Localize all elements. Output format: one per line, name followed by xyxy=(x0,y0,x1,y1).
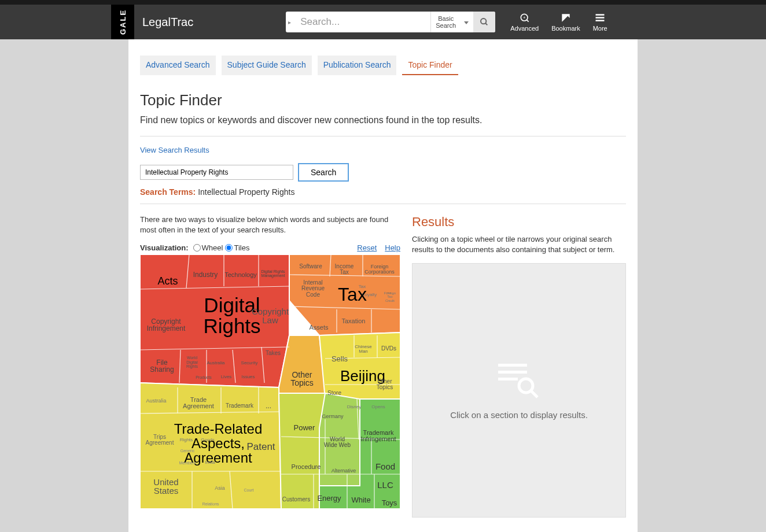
tile-customers[interactable]: Customers xyxy=(280,494,312,505)
tile-file-sharing[interactable]: File Sharing xyxy=(145,356,179,376)
tile-llc[interactable]: LLC xyxy=(371,478,399,492)
treemap-tiles-overlay: ActsIndustryTechnologyDigital Rights Man… xyxy=(140,257,400,511)
tile-taxation[interactable]: Taxation xyxy=(337,315,370,327)
tile-members[interactable]: Members xyxy=(176,458,199,467)
tile-store[interactable]: Store xyxy=(322,387,347,399)
svg-text:+: + xyxy=(523,15,526,20)
tile-rights[interactable]: Rights xyxy=(176,435,197,445)
tile-energy[interactable]: Energy xyxy=(314,490,345,505)
tile-world-wide-web[interactable]: World Wide Web xyxy=(322,430,353,455)
brand-badge: GALE xyxy=(111,5,134,39)
search-button[interactable] xyxy=(473,12,495,32)
app-title: LegalTrac xyxy=(142,16,193,29)
advanced-search-tool[interactable]: + Advanced xyxy=(510,12,539,32)
tile-sells[interactable]: Sells xyxy=(325,352,354,365)
chevron-down-icon xyxy=(464,21,469,24)
tile-industry[interactable]: Industry xyxy=(189,268,222,281)
tile-internal-revenue-code[interactable]: Internal Revenue Code xyxy=(296,276,330,301)
tile-patent[interactable]: Patent xyxy=(243,439,279,455)
tile-income-tax[interactable]: Income Tax xyxy=(330,261,359,278)
tile-power[interactable]: Power xyxy=(288,420,321,435)
tiles-radio[interactable] xyxy=(225,244,233,252)
more-tool[interactable]: More xyxy=(593,12,607,32)
header-bar: GALE LegalTrac ▸ Basic Search + Advanced… xyxy=(0,5,766,39)
search-tabs: Advanced SearchSubject Guide SearchPubli… xyxy=(140,56,626,75)
tile--[interactable]: ... xyxy=(382,286,396,297)
svg-line-3 xyxy=(526,20,528,21)
visualization-controls: Visualization: Wheel Tiles Reset Help xyxy=(140,243,400,252)
header-tools: + Advanced Bookmark More xyxy=(510,12,607,32)
results-placeholder-box: Click on a section to display results. xyxy=(412,263,626,518)
page-title: Topic Finder xyxy=(140,91,626,109)
tile-germany[interactable]: Germany xyxy=(318,411,347,422)
svg-rect-7 xyxy=(596,20,605,21)
topic-finder-search-button[interactable]: Search xyxy=(298,163,349,182)
search-terms-label: Search Terms: xyxy=(140,187,196,197)
results-column: Results Clicking on a topic wheel or til… xyxy=(412,215,626,518)
svg-line-1 xyxy=(485,23,487,25)
tile-court[interactable]: Court xyxy=(238,486,259,494)
topbar-accent xyxy=(0,0,766,5)
tile-opens[interactable]: Opens xyxy=(368,402,389,412)
tile-white[interactable]: White xyxy=(347,493,375,507)
tab-subject-guide-search[interactable]: Subject Guide Search xyxy=(222,56,312,75)
search-caret-icon: ▸ xyxy=(286,19,294,25)
wheel-radio-label: Wheel xyxy=(202,243,223,252)
tab-topic-finder[interactable]: Topic Finder xyxy=(402,56,458,75)
tile-food[interactable]: Food xyxy=(371,459,399,473)
tile-australia[interactable]: Australia xyxy=(205,359,227,368)
reset-link[interactable]: Reset xyxy=(357,243,377,252)
tile-trademark[interactable]: Trademark xyxy=(223,400,256,412)
advanced-icon: + xyxy=(519,12,531,24)
svg-rect-52 xyxy=(498,378,518,380)
help-link[interactable]: Help xyxy=(385,243,400,252)
tile-australia[interactable]: Australia xyxy=(142,396,170,406)
search-terms-value: Intellectual Property Rights xyxy=(198,187,294,197)
tab-advanced-search[interactable]: Advanced Search xyxy=(140,56,216,75)
view-search-results-link[interactable]: View Search Results xyxy=(140,146,209,154)
tile-dvds[interactable]: DVDs xyxy=(378,343,399,354)
wheel-radio[interactable] xyxy=(193,244,201,252)
tile-goods[interactable]: Goods xyxy=(198,435,218,445)
tile--[interactable]: ... xyxy=(262,400,275,412)
bookmark-tool[interactable]: Bookmark xyxy=(551,12,580,32)
tile-chinese-man[interactable]: Chinese Man xyxy=(351,342,376,356)
tile-alternative[interactable]: Alternative xyxy=(329,465,359,476)
tile-other-topics[interactable]: Other Topics xyxy=(282,367,322,391)
search-type-dropdown[interactable]: Basic Search xyxy=(430,12,473,32)
menu-icon xyxy=(594,12,606,24)
tile-copyright-law[interactable]: Copyright Law xyxy=(251,303,289,328)
search-terms-display: Search Terms: Intellectual Property Righ… xyxy=(140,187,626,197)
topic-finder-input[interactable] xyxy=(140,165,293,180)
tile-lives[interactable]: Lives xyxy=(216,372,236,382)
tile-issues[interactable]: Issues xyxy=(238,372,258,382)
tab-publication-search[interactable]: Publication Search xyxy=(318,56,397,75)
tile-trade-agreement[interactable]: Trade Agreement xyxy=(179,393,218,413)
tiles-radio-label: Tiles xyxy=(234,243,249,252)
tile-digital-rights-management[interactable]: Digital Rights Management xyxy=(259,266,287,281)
tile-asia[interactable]: Asia xyxy=(209,483,230,493)
tile-india[interactable]: India xyxy=(200,458,220,467)
tile-security[interactable]: Security xyxy=(238,359,260,368)
tile-other-topics[interactable]: Other Topics xyxy=(370,376,399,393)
tile-generic[interactable]: Generic xyxy=(177,446,198,455)
tile-world-digital-rights[interactable]: World Digital Rights xyxy=(181,354,204,370)
tile-assets[interactable]: Assets xyxy=(304,322,333,333)
tile-procedure[interactable]: Procedure xyxy=(288,459,324,474)
tile-trips-agreement[interactable]: Trips Agreement xyxy=(142,430,177,450)
tile-foreign-corporations[interactable]: Foreign Corporations xyxy=(362,261,397,278)
tile-toys[interactable]: Toys xyxy=(378,496,400,509)
divider xyxy=(140,204,626,204)
tile-takes[interactable]: Takes xyxy=(262,348,285,359)
tile-relations[interactable]: Relations xyxy=(198,500,223,508)
visualization-label: Visualization: xyxy=(140,243,189,252)
svg-line-54 xyxy=(531,390,537,397)
tile-software[interactable]: Software xyxy=(296,260,325,273)
tile-copyright-infringement[interactable]: Copyright Infringement xyxy=(143,315,189,335)
tile-technology[interactable]: Technology xyxy=(223,268,258,281)
tile-royalty[interactable]: Royalty xyxy=(359,290,380,300)
tile-products[interactable]: Products xyxy=(192,372,215,382)
tile-united-states[interactable]: United States xyxy=(143,475,189,497)
tile-trademark-infringement[interactable]: Trademark Infringement xyxy=(358,426,399,446)
search-input[interactable] xyxy=(294,12,430,32)
